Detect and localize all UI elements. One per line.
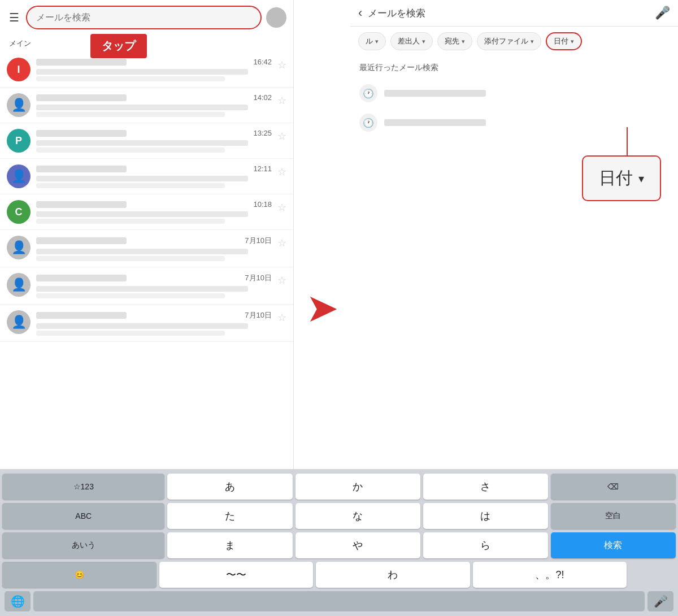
recent-item[interactable]: 🕐 — [359, 79, 669, 108]
search-title: メールを検索 — [368, 7, 649, 20]
chip-sender[interactable]: 差出人 ▾ — [390, 32, 433, 50]
star-icon[interactable]: ☆ — [277, 311, 286, 324]
email-preview — [36, 183, 225, 188]
email-sender — [36, 237, 127, 244]
chip-mail[interactable]: ル ▾ — [358, 32, 386, 50]
star-icon[interactable]: ☆ — [277, 94, 286, 107]
key-tilde[interactable]: 〜〜 — [159, 562, 314, 588]
list-item[interactable]: P 13:25 ☆ — [0, 123, 293, 159]
star-icon[interactable]: ☆ — [277, 166, 286, 178]
key-ha[interactable]: は — [423, 503, 548, 529]
filter-chips: ル ▾ 差出人 ▾ 宛先 ▾ 添付ファイル ▾ 日付 ▾ — [350, 27, 678, 56]
email-content: 7月10日 — [36, 310, 272, 336]
key-123[interactable]: ☆123 — [2, 474, 164, 500]
chevron-down-icon: ▾ — [531, 38, 534, 45]
chip-date[interactable]: 日付 ▾ — [546, 32, 582, 50]
recent-item[interactable]: 🕐 — [359, 108, 669, 137]
email-sender — [36, 275, 127, 281]
key-label: あ — [225, 480, 235, 493]
key-emoji[interactable]: 😊 — [2, 562, 157, 588]
key-aiuo[interactable]: あいう — [2, 532, 164, 558]
key-label: さ — [480, 480, 490, 493]
email-subject — [36, 69, 248, 75]
star-icon[interactable]: ☆ — [277, 237, 286, 249]
email-sender — [36, 201, 127, 208]
key-punct[interactable]: 、。?! — [473, 562, 627, 588]
email-time: 13:25 — [253, 129, 272, 137]
email-content: 7月10日 — [36, 236, 272, 261]
avatar: 👤 — [7, 310, 31, 334]
key-label: や — [353, 539, 363, 552]
email-subject — [36, 286, 248, 292]
list-item[interactable]: 👤 7月10日 ☆ — [0, 267, 293, 305]
list-item[interactable]: 👤 12:11 ☆ — [0, 159, 293, 194]
email-preview — [36, 219, 225, 224]
email-content: 7月10日 — [36, 273, 272, 298]
list-item[interactable]: C 10:18 ☆ — [0, 194, 293, 230]
recent-text — [384, 90, 486, 97]
keyboard-mic-icon[interactable]: 🎤 — [647, 591, 673, 611]
email-sender — [36, 312, 127, 319]
key-ta[interactable]: た — [167, 503, 292, 529]
email-preview — [36, 76, 225, 81]
list-item[interactable]: 👤 14:02 ☆ — [0, 88, 293, 123]
user-avatar[interactable] — [266, 7, 286, 28]
keyboard-bottom-row: 🌐 🎤 — [2, 588, 676, 614]
back-icon[interactable]: ‹ — [358, 6, 362, 20]
list-item[interactable]: I 16:42 ☆ — [0, 52, 293, 88]
key-na[interactable]: な — [295, 503, 420, 529]
email-content: 10:18 — [36, 200, 272, 224]
recent-label: 最近行ったメール検索 — [359, 63, 669, 73]
chip-label: 添付ファイル — [484, 36, 528, 46]
mic-icon[interactable]: 🎤 — [655, 6, 670, 20]
recent-search-section: 最近行ったメール検索 🕐 🕐 — [350, 56, 678, 144]
globe-icon[interactable]: 🌐 — [5, 591, 31, 611]
key-ma[interactable]: ま — [167, 532, 292, 558]
hamburger-icon[interactable]: ☰ — [7, 8, 21, 27]
email-time: 10:18 — [253, 200, 272, 209]
star-icon[interactable]: ☆ — [277, 274, 286, 287]
keyboard-row-3: あいう ま や ら 検索 — [2, 532, 676, 558]
email-time: 7月10日 — [245, 273, 272, 283]
key-sa[interactable]: さ — [423, 474, 548, 500]
chip-label: 宛先 — [445, 36, 459, 46]
star-icon[interactable]: ☆ — [277, 59, 286, 71]
key-ka[interactable]: か — [295, 474, 420, 500]
email-time: 16:42 — [253, 58, 272, 66]
star-icon[interactable]: ☆ — [277, 130, 286, 142]
chevron-down-icon: ▾ — [422, 38, 425, 45]
history-icon: 🕐 — [359, 114, 377, 132]
list-item[interactable]: 👤 7月10日 ☆ — [0, 305, 293, 342]
search-input[interactable] — [26, 6, 262, 29]
list-item[interactable]: 👤 7月10日 ☆ — [0, 230, 293, 267]
keyboard: ☆123 あ か さ ⌫ ABC た な は 空白 あいう ま や ら 検索 — [0, 469, 678, 616]
email-preview — [36, 331, 225, 336]
email-time: 7月10日 — [245, 310, 272, 320]
avatar: I — [7, 58, 31, 81]
spacebar[interactable] — [33, 591, 645, 611]
right-arrow-icon: ➤ — [306, 288, 339, 328]
key-label: は — [480, 509, 490, 523]
star-icon[interactable]: ☆ — [277, 201, 286, 214]
key-delete[interactable]: ⌫ — [551, 474, 676, 500]
key-ra[interactable]: ら — [423, 532, 548, 558]
chip-attachment[interactable]: 添付ファイル ▾ — [477, 32, 541, 50]
date-filter-button[interactable]: 日付 ▾ — [582, 155, 661, 201]
key-label: ま — [225, 539, 235, 552]
key-a[interactable]: あ — [167, 474, 292, 500]
key-abc[interactable]: ABC — [2, 503, 164, 529]
key-wa[interactable]: わ — [316, 562, 470, 588]
email-subject — [36, 176, 248, 181]
chip-label: ル — [366, 36, 373, 46]
key-search[interactable]: 検索 — [551, 532, 676, 558]
keyboard-row-1: ☆123 あ か さ ⌫ — [2, 474, 676, 500]
email-sender — [36, 59, 127, 66]
email-sender — [36, 94, 127, 101]
key-label: な — [353, 509, 363, 523]
key-space[interactable]: 空白 — [551, 503, 676, 529]
key-label: 、。?! — [535, 568, 564, 582]
avatar: C — [7, 200, 31, 224]
key-ya[interactable]: や — [295, 532, 420, 558]
chevron-down-icon: ▾ — [375, 38, 379, 45]
chip-recipient[interactable]: 宛先 ▾ — [437, 32, 472, 50]
